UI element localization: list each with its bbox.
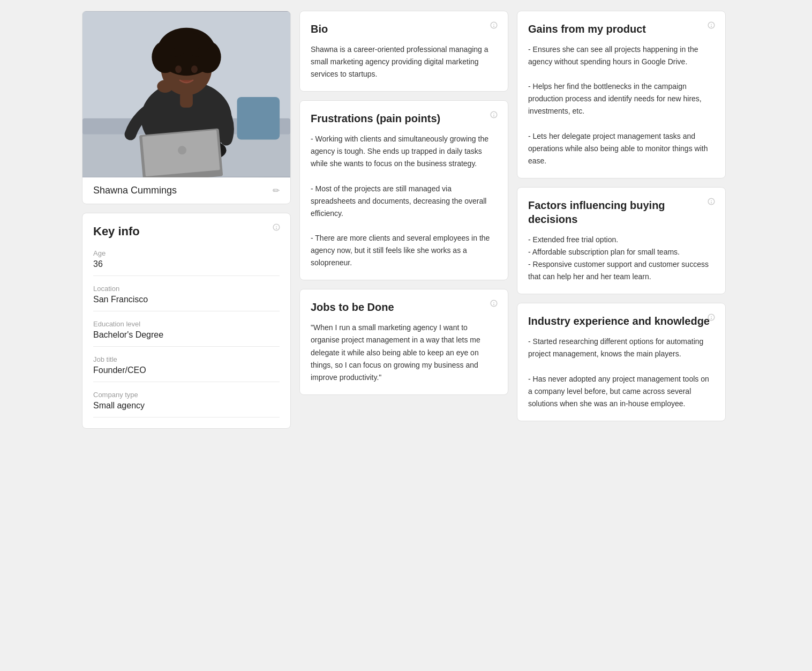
info-field-age: Age 36 [93,249,280,276]
industry-card: Industry experience and knowledge - Star… [517,303,726,421]
location-value: San Francisco [93,295,280,311]
bio-title: Bio [311,22,497,36]
jobs-title: Jobs to be Done [311,300,497,314]
info-field-location: Location San Francisco [93,285,280,311]
education-label: Education level [93,320,280,328]
industry-body: - Started researching different options … [528,336,715,410]
factors-card: Factors influencing buying decisions - E… [517,187,726,294]
company-type-value: Small agency [93,401,280,417]
gains-title: Gains from my product [528,22,715,36]
edit-icon[interactable]: ✏ [273,185,280,196]
factors-title: Factors influencing buying decisions [528,198,715,226]
profile-name: Shawna Cummings [93,185,177,196]
profile-card: Shawna Cummings ✏ [82,11,291,204]
profile-photo-svg [82,11,290,177]
svg-rect-3 [237,97,280,140]
key-info-fields: Age 36 Location San Francisco Education … [93,249,280,417]
left-column: Shawna Cummings ✏ Key info Age 36 Locati… [82,11,291,429]
key-info-card: Key info Age 36 Location San Francisco E… [82,213,291,429]
svg-point-18 [191,65,198,73]
frustrations-title: Frustrations (pain points) [311,111,497,125]
factors-hint-icon[interactable] [707,197,716,208]
right-column: Gains from my product - Ensures she can … [517,11,726,429]
info-field-company-type: Company type Small agency [93,391,280,417]
profile-photo-placeholder [82,11,290,177]
profile-image-container [82,11,290,177]
key-info-title: Key info [93,224,280,240]
factors-body: - Extended free trial option. - Affordab… [528,234,715,283]
svg-point-16 [171,32,201,54]
gains-hint-icon[interactable] [707,21,716,32]
frustrations-hint-icon[interactable] [490,110,498,121]
jobs-to-be-done-card: Jobs to be Done "When I run a small mark… [299,289,508,394]
frustrations-body: - Working with clients and simultaneousl… [311,133,497,269]
bio-hint-icon[interactable] [490,21,498,32]
job-title-label: Job title [93,355,280,363]
bio-body: Shawna is a career-oriented professional… [311,43,497,80]
jobs-body: "When I run a small marketing agency I w… [311,322,497,383]
job-title-value: Founder/CEO [93,366,280,382]
age-label: Age [93,249,280,257]
frustrations-card: Frustrations (pain points) - Working wit… [299,100,508,280]
gains-card: Gains from my product - Ensures she can … [517,11,726,178]
svg-point-17 [175,65,182,73]
hint-icon[interactable] [272,223,281,234]
bio-card: Bio Shawna is a career-oriented professi… [299,11,508,92]
gains-body: - Ensures she can see all projects happe… [528,43,715,167]
svg-point-19 [157,80,173,93]
age-value: 36 [93,259,280,276]
middle-column: Bio Shawna is a career-oriented professi… [299,11,508,429]
info-field-education: Education level Bachelor's Degree [93,320,280,347]
profile-name-row: Shawna Cummings ✏ [82,177,290,204]
industry-hint-icon[interactable] [707,313,716,324]
industry-title: Industry experience and knowledge [528,314,715,328]
location-label: Location [93,285,280,293]
jobs-hint-icon[interactable] [490,299,498,310]
page-layout: Shawna Cummings ✏ Key info Age 36 Locati… [82,11,730,429]
info-field-job-title: Job title Founder/CEO [93,355,280,382]
company-type-label: Company type [93,391,280,399]
education-value: Bachelor's Degree [93,330,280,347]
svg-rect-20 [180,92,193,108]
